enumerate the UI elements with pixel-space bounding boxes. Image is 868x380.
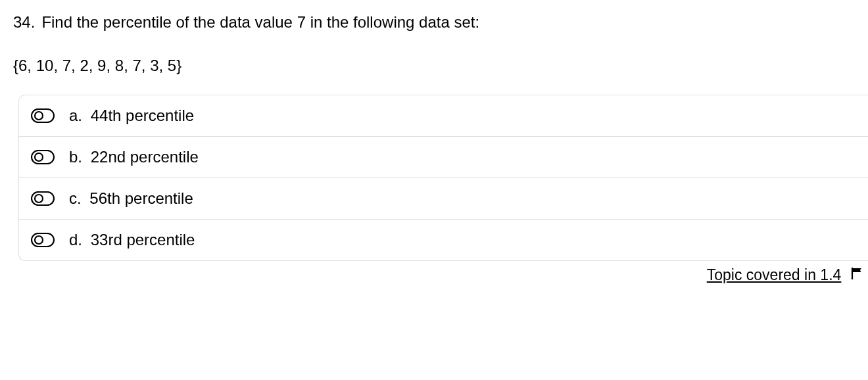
option-text: 56th percentile bbox=[89, 189, 193, 207]
question-text: Find the percentile of the data value 7 … bbox=[41, 13, 479, 32]
svg-point-7 bbox=[35, 236, 43, 244]
option-text: 22nd percentile bbox=[91, 148, 199, 166]
option-letter: b. bbox=[69, 148, 82, 166]
option-a[interactable]: a. 44th percentile bbox=[19, 95, 868, 137]
question-stem: 34. Find the percentile of the data valu… bbox=[13, 13, 868, 32]
svg-point-5 bbox=[35, 195, 43, 202]
question-dataset: {6, 10, 7, 2, 9, 8, 7, 3, 5} bbox=[13, 57, 868, 75]
option-letter: a. bbox=[69, 107, 82, 124]
option-d[interactable]: d. 33rd percentile bbox=[19, 220, 868, 260]
option-label: a. 44th percentile bbox=[69, 107, 194, 125]
option-label: d. 33rd percentile bbox=[69, 231, 195, 249]
option-letter: c. bbox=[69, 189, 82, 207]
question-number: 34. bbox=[13, 13, 35, 32]
toggle-icon[interactable] bbox=[31, 233, 55, 247]
option-label: c. 56th percentile bbox=[69, 189, 193, 208]
toggle-icon[interactable] bbox=[31, 191, 55, 206]
option-b[interactable]: b. 22nd percentile bbox=[19, 137, 868, 178]
svg-point-1 bbox=[35, 112, 43, 120]
option-c[interactable]: c. 56th percentile bbox=[19, 178, 868, 220]
svg-point-3 bbox=[35, 153, 43, 161]
toggle-icon[interactable] bbox=[31, 108, 55, 123]
option-letter: d. bbox=[69, 231, 82, 249]
option-text: 44th percentile bbox=[91, 107, 194, 124]
topic-link[interactable]: Topic covered in 1.4 bbox=[707, 266, 842, 283]
footer: Topic covered in 1.4 bbox=[13, 265, 868, 285]
flag-icon[interactable] bbox=[850, 266, 864, 284]
options-list: a. 44th percentile b. 22nd percentile c.… bbox=[18, 95, 868, 261]
toggle-icon[interactable] bbox=[31, 150, 55, 164]
option-text: 33rd percentile bbox=[91, 231, 195, 249]
option-label: b. 22nd percentile bbox=[69, 148, 199, 166]
